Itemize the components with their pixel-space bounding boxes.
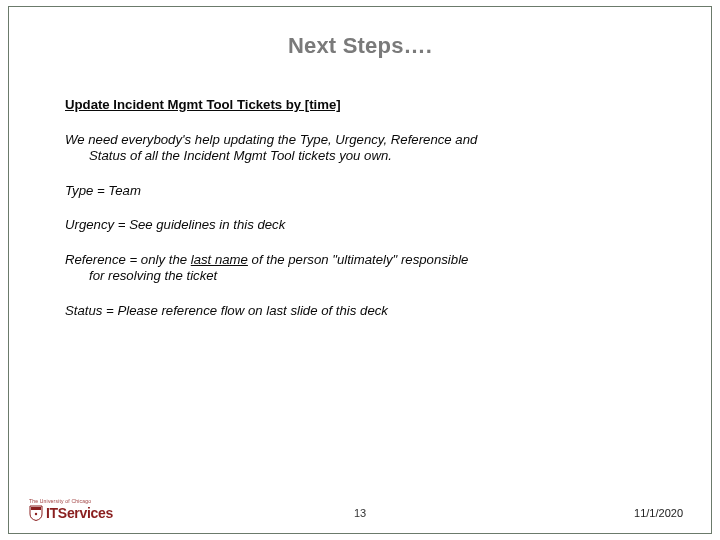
intro-line-2: Status of all the Incident Mgmt Tool tic… <box>65 148 655 165</box>
intro-paragraph: We need everybody's help updating the Ty… <box>65 132 655 165</box>
reference-pre: Reference = only the <box>65 252 191 267</box>
status-line: Status = Please reference flow on last s… <box>65 303 655 320</box>
slide-title: Next Steps…. <box>9 33 711 59</box>
svg-point-1 <box>35 513 37 515</box>
section-heading: Update Incident Mgmt Tool Tickets by [ti… <box>65 97 655 114</box>
slide-footer: The University of Chicago ITServices 13 … <box>9 497 711 523</box>
logo-row: ITServices <box>29 505 113 521</box>
shield-icon <box>29 505 43 521</box>
logo-university-text: The University of Chicago <box>29 498 113 504</box>
reference-line: Reference = only the last name of the pe… <box>65 252 655 285</box>
logo-it: IT <box>46 505 58 521</box>
brand-logo: The University of Chicago ITServices <box>29 498 113 521</box>
reference-underlined: last name <box>191 252 248 267</box>
slide-date: 11/1/2020 <box>634 507 683 519</box>
slide-frame: Next Steps…. Update Incident Mgmt Tool T… <box>8 6 712 534</box>
slide-content: Update Incident Mgmt Tool Tickets by [ti… <box>65 97 655 319</box>
svg-rect-0 <box>31 507 41 510</box>
intro-line-1: We need everybody's help updating the Ty… <box>65 132 477 147</box>
reference-post: of the person "ultimately" responsible <box>248 252 468 267</box>
logo-services: Services <box>58 505 113 521</box>
type-line: Type = Team <box>65 183 655 200</box>
page-number: 13 <box>354 507 366 519</box>
urgency-line: Urgency = See guidelines in this deck <box>65 217 655 234</box>
logo-wordmark: ITServices <box>46 505 113 521</box>
reference-line-2: for resolving the ticket <box>65 268 655 285</box>
